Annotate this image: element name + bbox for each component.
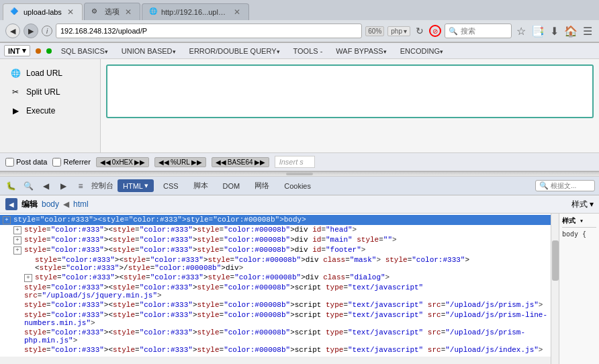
html-code: style="color:#333"><style="color:#333">s… <box>24 328 548 345</box>
expand-button[interactable]: + <box>13 246 21 255</box>
tab-css[interactable]: CSS <box>158 180 184 192</box>
expand-button[interactable]: + <box>13 236 21 244</box>
fb-expand-button[interactable]: ≡ <box>74 179 87 193</box>
url-encode-btn[interactable]: ◀◀ %URL ▶▶ <box>154 157 206 167</box>
tab-title-1: upload-labs <box>24 8 62 16</box>
menu-icon[interactable]: ☰ <box>582 25 594 38</box>
base64-left-arrow: ◀◀ <box>216 158 226 166</box>
html-line[interactable]: +style="color:#333"><style="color:#333">… <box>0 255 551 273</box>
sql-basics-arrow: ▾ <box>105 48 108 55</box>
menu-encoding[interactable]: ENCODING▾ <box>396 46 447 56</box>
tab-favicon-2: ⚙ <box>91 7 101 17</box>
referrer-checkbox[interactable]: Referrer <box>52 158 90 167</box>
forward-button[interactable]: ▶ <box>24 24 38 38</box>
firebug-toolbar: 🐛 🔍 ◀ ▶ ≡ 控制台 HTML ▾ CSS 脚本 DOM 网络 Cooki… <box>0 177 599 195</box>
breadcrumb-html[interactable]: html <box>73 199 89 209</box>
html-line[interactable]: +style="color:#333"><style="color:#333">… <box>0 225 551 235</box>
home-icon[interactable]: 🏠 <box>563 25 579 38</box>
fb-forward-button[interactable]: ▶ <box>56 179 70 193</box>
php-dropdown-icon: ▾ <box>404 28 407 35</box>
fb-panel-toggle[interactable]: ◀ <box>5 198 17 210</box>
browser-toolbar-icons: ☆ 📑 ⬇ 🏠 ☰ <box>515 25 594 38</box>
menu-waf-bypass[interactable]: WAF BYPASS▾ <box>332 46 390 56</box>
html-line[interactable]: +style="color:#333"><style="color:#333">… <box>0 300 551 310</box>
referrer-check[interactable] <box>52 158 61 167</box>
html-panel[interactable]: +style="color:#333"><style="color:#333">… <box>0 214 551 357</box>
inspect-button[interactable]: 🔍 <box>21 179 35 193</box>
php-badge[interactable]: php ▾ <box>387 26 410 36</box>
execute-button[interactable]: ▶ Execute <box>5 102 95 120</box>
tab-network[interactable]: 网络 <box>249 179 275 193</box>
search-icon: 🔍 <box>449 27 458 36</box>
base64-label: BASE64 <box>228 158 253 166</box>
html-line[interactable]: +style="color:#333"><style="color:#333">… <box>0 283 551 300</box>
html-code: style="color:#333"><style="color:#333">s… <box>24 301 543 309</box>
address-bar: ◀ ▶ i 60% php ▾ ↻ ⊘ 🔍 ☆ 📑 ⬇ 🏠 ☰ <box>0 20 599 42</box>
fb-back-button[interactable]: ◀ <box>39 179 52 193</box>
left-panel: 🌐 Load URL ✂ Split URL ▶ Execute <box>0 59 101 152</box>
bookmark-icon[interactable]: 📑 <box>530 25 546 38</box>
status-dot-green <box>46 48 52 54</box>
right-panel <box>101 59 599 152</box>
firebug-search[interactable]: 🔍 <box>535 180 595 191</box>
zoom-badge: 60% <box>365 26 384 36</box>
tab-cookies[interactable]: Cookies <box>279 180 316 192</box>
bottom-toolbar: Post data Referrer ◀◀ 0xHEX ▶▶ ◀◀ %URL ▶… <box>0 153 599 171</box>
scrollbar[interactable] <box>551 214 559 364</box>
reload-button[interactable]: ↻ <box>414 26 426 36</box>
referrer-label: Referrer <box>63 158 90 166</box>
html-line[interactable]: +style="color:#333"><style="color:#333">… <box>0 215 551 225</box>
tab-upload-php[interactable]: 🌐 http://192.16...upload/11.php ✕ <box>142 3 249 20</box>
url-input[interactable] <box>56 24 362 38</box>
html-code: style="color:#333"><style="color:#333">s… <box>24 283 548 300</box>
split-url-button[interactable]: ✂ Split URL <box>5 83 95 101</box>
tab-html[interactable]: HTML ▾ <box>118 179 154 192</box>
tab-dom[interactable]: DOM <box>218 180 246 192</box>
star-icon[interactable]: ☆ <box>515 25 527 38</box>
tab-upload-labs[interactable]: 🔷 upload-labs ✕ <box>3 3 83 20</box>
scrollbar-thumb[interactable] <box>552 240 559 281</box>
search-box[interactable]: 🔍 <box>445 24 512 38</box>
info-icon[interactable]: i <box>42 26 52 36</box>
load-url-button[interactable]: 🌐 Load URL <box>5 64 95 82</box>
no-sign-icon[interactable]: ⊘ <box>429 25 441 37</box>
tab-close-1[interactable]: ✕ <box>66 7 75 17</box>
url-textarea[interactable] <box>106 64 594 118</box>
expand-button[interactable]: + <box>13 226 21 234</box>
html-line[interactable]: +style="color:#333"><style="color:#333">… <box>0 345 551 355</box>
html-line[interactable]: +style="color:#333"><style="color:#333">… <box>0 245 551 255</box>
tab-script[interactable]: 脚本 <box>188 179 214 193</box>
divider-handle <box>286 173 313 175</box>
load-url-icon: 🌐 <box>9 66 22 80</box>
tab-close-2[interactable]: ✕ <box>124 7 133 17</box>
menu-tools[interactable]: TOOLS - <box>289 46 327 56</box>
load-url-label: Load URL <box>26 69 62 78</box>
tab-title-3: http://192.16...upload/11.php <box>161 8 228 16</box>
int-select[interactable]: INT ▾ <box>4 45 30 56</box>
firebug-icon[interactable]: 🐛 <box>4 179 17 193</box>
back-button[interactable]: ◀ <box>5 24 20 38</box>
html-code: style="color:#333"><style="color:#333">s… <box>24 346 543 354</box>
html-line[interactable]: +style="color:#333"><style="color:#333">… <box>0 328 551 345</box>
post-data-check[interactable] <box>5 158 14 167</box>
tab-close-3[interactable]: ✕ <box>232 7 242 17</box>
html-line[interactable]: +style="color:#333"><style="color:#333">… <box>0 310 551 328</box>
menu-sql-basics[interactable]: SQL BASICS▾ <box>57 46 112 56</box>
tab-options[interactable]: ⚙ 选项 ✕ <box>84 3 140 20</box>
html-line[interactable]: +style="color:#333"><style="color:#333">… <box>0 273 551 283</box>
search-input[interactable] <box>461 27 508 35</box>
download-icon[interactable]: ⬇ <box>549 25 560 38</box>
breadcrumb-sep: ◀ <box>63 199 69 209</box>
base64-encode-btn[interactable]: ◀◀ BASE64 ▶▶ <box>212 157 269 167</box>
menu-error-double[interactable]: ERROR/DOUBLE QUERY▾ <box>185 46 284 56</box>
panel-divider[interactable] <box>0 171 599 177</box>
hex-encode-left[interactable]: ◀◀ 0xHEX ▶▶ <box>96 157 149 167</box>
post-data-checkbox[interactable]: Post data <box>5 158 47 167</box>
breadcrumb-body[interactable]: body <box>42 199 59 209</box>
fb-search-input[interactable] <box>551 182 591 189</box>
html-line[interactable]: +style="color:#333"><style="color:#333">… <box>0 235 551 245</box>
expand-button[interactable]: + <box>24 274 32 282</box>
menu-union-based[interactable]: UNION BASED▾ <box>118 46 180 56</box>
html-tab-arrow: ▾ <box>144 181 148 190</box>
expand-button[interactable]: + <box>3 216 11 224</box>
